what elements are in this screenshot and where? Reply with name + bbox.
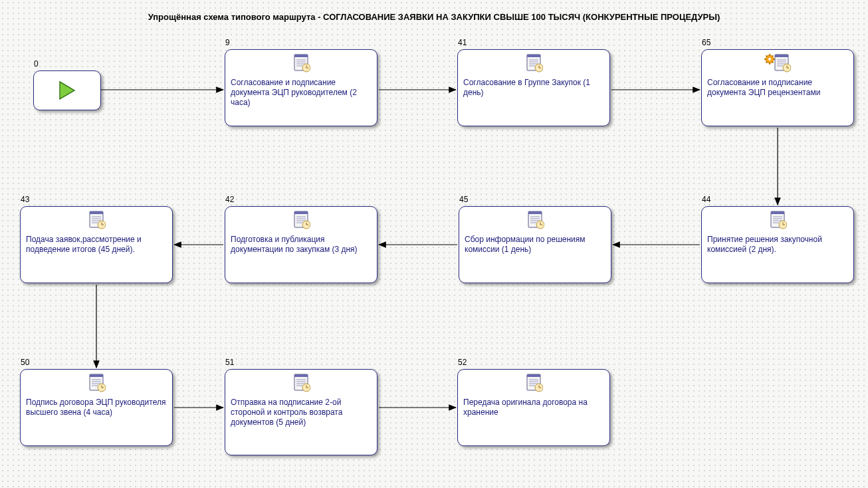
diagram-title: Упрощённая схема типового маршрута - СОГ… bbox=[0, 12, 868, 22]
play-icon bbox=[57, 80, 77, 100]
start-node[interactable]: 0 bbox=[33, 70, 101, 110]
node-label: Принятие решения закупочной комиссией (2… bbox=[707, 235, 848, 255]
document-clock-icon bbox=[292, 211, 310, 229]
task-node-42[interactable]: 42 Подготовка и публикация документации … bbox=[225, 206, 378, 283]
document-gear-icon bbox=[764, 54, 791, 72]
document-clock-icon bbox=[87, 374, 106, 392]
document-clock-icon bbox=[526, 211, 544, 229]
node-id: 42 bbox=[225, 195, 234, 204]
document-clock-icon bbox=[768, 211, 787, 229]
task-node-65[interactable]: 65 Согласование и подписание документа Э… bbox=[701, 49, 854, 126]
document-clock-icon bbox=[292, 374, 310, 392]
node-label: Отправка на подписание 2-ой стороной и к… bbox=[231, 398, 372, 427]
task-node-44[interactable]: 44 Принятие решения закупочной комиссией… bbox=[701, 206, 854, 283]
task-node-51[interactable]: 51 Отправка на подписание 2-ой стороной … bbox=[225, 369, 378, 455]
task-node-41[interactable]: 41 Согласование в Группе Закупок (1 день… bbox=[457, 49, 610, 126]
node-label: Согласование и подписание документа ЭЦП … bbox=[231, 78, 372, 108]
task-node-45[interactable]: 45 Сбор информации по решениям комиссии … bbox=[459, 206, 611, 283]
node-id: 45 bbox=[459, 195, 468, 204]
task-node-43[interactable]: 43 Подача заявок,рассмотрение и подведен… bbox=[20, 206, 173, 283]
node-id: 41 bbox=[458, 38, 467, 47]
node-label: Согласование и подписание документа ЭЦП … bbox=[707, 78, 848, 98]
task-node-50[interactable]: 50 Подпись договора ЭЦП руководителя выс… bbox=[20, 369, 173, 446]
node-label: Подача заявок,рассмотрение и подведение … bbox=[26, 235, 167, 255]
document-clock-icon bbox=[87, 211, 106, 229]
node-label: Сбор информации по решениям комиссии (1 … bbox=[465, 235, 605, 255]
node-id: 51 bbox=[225, 358, 234, 367]
node-id: 44 bbox=[702, 195, 710, 204]
node-id: 50 bbox=[21, 358, 29, 367]
document-clock-icon bbox=[292, 54, 310, 72]
task-node-9[interactable]: 9 Согласование и подписание документа ЭЦ… bbox=[225, 49, 378, 126]
node-label: Подпись договора ЭЦП руководителя высшег… bbox=[26, 398, 167, 418]
node-id: 52 bbox=[458, 358, 467, 367]
svg-marker-20 bbox=[60, 82, 74, 99]
document-clock-icon bbox=[524, 374, 543, 392]
node-label: Передача оригинала договора на хранение bbox=[463, 398, 604, 418]
node-label: Подготовка и публикация документации по … bbox=[231, 235, 372, 255]
task-node-52[interactable]: 52 Передача оригинала договора на хранен… bbox=[457, 369, 610, 446]
node-id: 65 bbox=[702, 38, 710, 47]
document-clock-icon bbox=[524, 54, 543, 72]
node-id: 43 bbox=[21, 195, 29, 204]
node-id: 9 bbox=[225, 38, 230, 47]
node-id: 0 bbox=[34, 59, 39, 68]
node-label: Согласование в Группе Закупок (1 день) bbox=[463, 78, 604, 98]
